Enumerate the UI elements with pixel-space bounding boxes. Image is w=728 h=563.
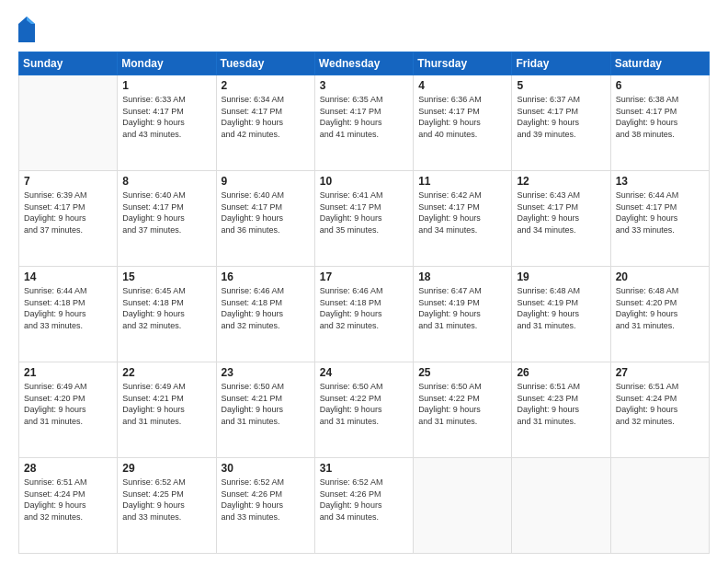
calendar-cell <box>19 75 118 171</box>
day-number: 17 <box>320 270 408 283</box>
calendar-cell: 11Sunrise: 6:42 AMSunset: 4:17 PMDayligh… <box>414 171 512 267</box>
day-info: Sunrise: 6:45 AMSunset: 4:18 PMDaylight:… <box>122 285 210 331</box>
sunset-text: Sunset: 4:17 PM <box>24 202 85 212</box>
sunset-text: Sunset: 4:21 PM <box>222 394 283 403</box>
day-info: Sunrise: 6:40 AMSunset: 4:17 PMDaylight:… <box>122 190 210 236</box>
sunrise-text: Sunrise: 6:51 AM <box>517 382 580 391</box>
sunrise-text: Sunrise: 6:51 AM <box>24 477 87 487</box>
day-number: 1 <box>122 79 210 92</box>
day-info: Sunrise: 6:44 AMSunset: 4:18 PMDaylight:… <box>24 285 112 331</box>
day-number: 6 <box>616 79 704 92</box>
calendar-cell: 26Sunrise: 6:51 AMSunset: 4:23 PMDayligh… <box>512 362 610 458</box>
sunrise-text: Sunrise: 6:48 AM <box>517 286 580 295</box>
daylight-text: Daylight: 9 hoursand 39 minutes. <box>517 118 579 139</box>
sunset-text: Sunset: 4:20 PM <box>616 298 677 307</box>
sunrise-text: Sunrise: 6:47 AM <box>418 286 482 295</box>
sunrise-text: Sunrise: 6:52 AM <box>122 477 186 487</box>
day-info: Sunrise: 6:48 AMSunset: 4:20 PMDaylight:… <box>616 285 704 331</box>
daylight-text: Daylight: 9 hoursand 32 minutes. <box>616 405 678 426</box>
day-info: Sunrise: 6:44 AMSunset: 4:17 PMDaylight:… <box>616 190 704 236</box>
page: SundayMondayTuesdayWednesdayThursdayFrid… <box>0 0 728 563</box>
day-number: 14 <box>24 270 112 283</box>
sunset-text: Sunset: 4:21 PM <box>122 394 184 403</box>
day-info: Sunrise: 6:37 AMSunset: 4:17 PMDaylight:… <box>517 94 605 140</box>
calendar-cell: 29Sunrise: 6:52 AMSunset: 4:25 PMDayligh… <box>118 458 216 554</box>
sunrise-text: Sunrise: 6:37 AM <box>517 95 580 104</box>
calendar-cell: 15Sunrise: 6:45 AMSunset: 4:18 PMDayligh… <box>118 267 216 362</box>
sunset-text: Sunset: 4:20 PM <box>24 394 85 403</box>
daylight-text: Daylight: 9 hoursand 36 minutes. <box>222 213 284 235</box>
sunrise-text: Sunrise: 6:35 AM <box>320 95 383 104</box>
day-info: Sunrise: 6:41 AMSunset: 4:17 PMDaylight:… <box>320 190 408 236</box>
weekday-header-wednesday: Wednesday <box>314 52 413 75</box>
sunrise-text: Sunrise: 6:36 AM <box>418 95 482 104</box>
day-number: 30 <box>222 462 310 475</box>
sunset-text: Sunset: 4:17 PM <box>517 202 578 212</box>
sunset-text: Sunset: 4:17 PM <box>222 202 283 212</box>
sunset-text: Sunset: 4:22 PM <box>418 394 480 403</box>
daylight-text: Daylight: 9 hoursand 32 minutes. <box>122 309 185 330</box>
sunset-text: Sunset: 4:17 PM <box>616 107 677 116</box>
header <box>18 17 710 42</box>
daylight-text: Daylight: 9 hoursand 32 minutes. <box>24 500 86 522</box>
day-number: 28 <box>24 462 112 475</box>
calendar-cell: 28Sunrise: 6:51 AMSunset: 4:24 PMDayligh… <box>19 458 118 554</box>
calendar-cell: 19Sunrise: 6:48 AMSunset: 4:19 PMDayligh… <box>512 267 610 362</box>
daylight-text: Daylight: 9 hoursand 37 minutes. <box>122 213 185 235</box>
day-number: 24 <box>320 366 408 379</box>
day-number: 13 <box>616 175 704 188</box>
day-number: 19 <box>517 270 605 283</box>
day-number: 5 <box>517 79 605 92</box>
calendar-cell: 20Sunrise: 6:48 AMSunset: 4:20 PMDayligh… <box>610 267 709 362</box>
weekday-header-monday: Monday <box>118 52 216 75</box>
sunrise-text: Sunrise: 6:40 AM <box>122 190 186 200</box>
day-number: 21 <box>24 366 112 379</box>
daylight-text: Daylight: 9 hoursand 31 minutes. <box>122 405 185 426</box>
calendar-cell: 10Sunrise: 6:41 AMSunset: 4:17 PMDayligh… <box>314 171 413 267</box>
daylight-text: Daylight: 9 hoursand 33 minutes. <box>24 309 86 330</box>
sunrise-text: Sunrise: 6:44 AM <box>616 190 679 200</box>
sunset-text: Sunset: 4:19 PM <box>418 298 480 307</box>
calendar-cell: 16Sunrise: 6:46 AMSunset: 4:18 PMDayligh… <box>216 267 314 362</box>
daylight-text: Daylight: 9 hoursand 41 minutes. <box>320 118 382 139</box>
day-number: 27 <box>616 366 704 379</box>
day-info: Sunrise: 6:51 AMSunset: 4:23 PMDaylight:… <box>517 381 605 427</box>
calendar-week-row: 7Sunrise: 6:39 AMSunset: 4:17 PMDaylight… <box>19 171 710 267</box>
calendar-cell: 30Sunrise: 6:52 AMSunset: 4:26 PMDayligh… <box>216 458 314 554</box>
day-number: 4 <box>418 79 506 92</box>
day-info: Sunrise: 6:50 AMSunset: 4:22 PMDaylight:… <box>320 381 408 427</box>
sunrise-text: Sunrise: 6:40 AM <box>222 190 285 200</box>
daylight-text: Daylight: 9 hoursand 34 minutes. <box>418 213 481 235</box>
sunset-text: Sunset: 4:18 PM <box>222 298 283 307</box>
day-number: 23 <box>222 366 310 379</box>
daylight-text: Daylight: 9 hoursand 31 minutes. <box>320 405 382 426</box>
daylight-text: Daylight: 9 hoursand 31 minutes. <box>517 309 579 330</box>
sunset-text: Sunset: 4:26 PM <box>320 489 381 499</box>
sunrise-text: Sunrise: 6:50 AM <box>320 382 383 391</box>
sunset-text: Sunset: 4:17 PM <box>122 202 184 212</box>
sunset-text: Sunset: 4:17 PM <box>320 202 381 212</box>
sunrise-text: Sunrise: 6:33 AM <box>122 95 186 104</box>
logo <box>18 17 39 42</box>
weekday-header-thursday: Thursday <box>414 52 512 75</box>
day-info: Sunrise: 6:51 AMSunset: 4:24 PMDaylight:… <box>24 477 112 523</box>
day-info: Sunrise: 6:50 AMSunset: 4:22 PMDaylight:… <box>418 381 506 427</box>
sunrise-text: Sunrise: 6:42 AM <box>418 190 482 200</box>
sunset-text: Sunset: 4:26 PM <box>222 489 283 499</box>
day-number: 29 <box>122 462 210 475</box>
calendar-cell: 4Sunrise: 6:36 AMSunset: 4:17 PMDaylight… <box>414 75 512 171</box>
sunrise-text: Sunrise: 6:51 AM <box>616 382 679 391</box>
sunrise-text: Sunrise: 6:50 AM <box>418 382 482 391</box>
sunrise-text: Sunrise: 6:52 AM <box>222 477 285 487</box>
daylight-text: Daylight: 9 hoursand 31 minutes. <box>418 309 481 330</box>
day-number: 12 <box>517 175 605 188</box>
calendar-cell: 14Sunrise: 6:44 AMSunset: 4:18 PMDayligh… <box>19 267 118 362</box>
calendar-week-row: 28Sunrise: 6:51 AMSunset: 4:24 PMDayligh… <box>19 458 710 554</box>
day-info: Sunrise: 6:48 AMSunset: 4:19 PMDaylight:… <box>517 285 605 331</box>
sunrise-text: Sunrise: 6:34 AM <box>222 95 285 104</box>
daylight-text: Daylight: 9 hoursand 33 minutes. <box>222 500 284 522</box>
weekday-header-sunday: Sunday <box>19 52 118 75</box>
calendar-table: SundayMondayTuesdayWednesdayThursdayFrid… <box>18 52 710 554</box>
calendar-cell: 17Sunrise: 6:46 AMSunset: 4:18 PMDayligh… <box>314 267 413 362</box>
sunset-text: Sunset: 4:22 PM <box>320 394 381 403</box>
